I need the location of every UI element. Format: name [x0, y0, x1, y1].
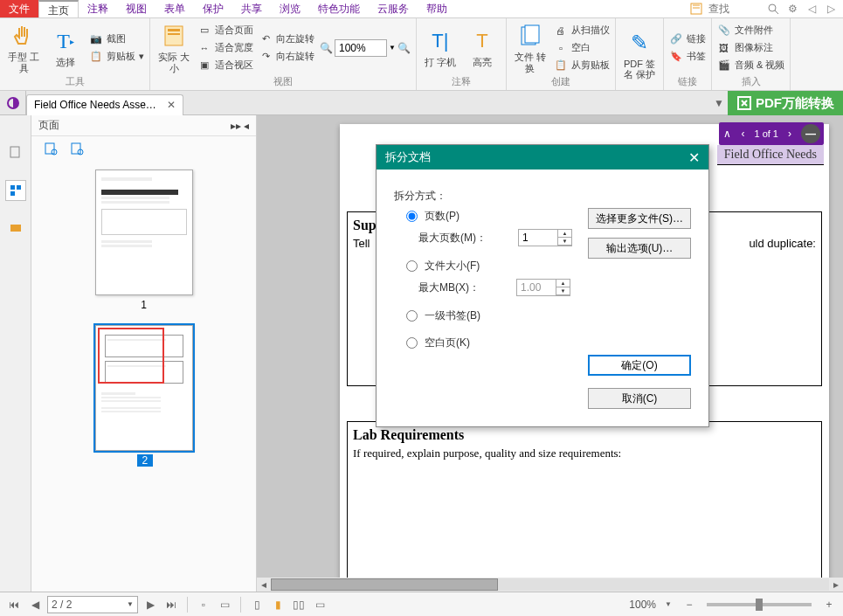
- zoom-out-icon[interactable]: 🔍: [320, 42, 333, 54]
- nav-prev-page-icon[interactable]: ‹: [735, 128, 750, 140]
- menu-feature[interactable]: 特色功能: [309, 0, 369, 17]
- tab-dropdown-icon[interactable]: ▼: [710, 97, 728, 109]
- thumb-tool-1[interactable]: [44, 142, 58, 156]
- nav-next-icon[interactable]: ▷: [824, 2, 838, 16]
- prev-page-icon[interactable]: ◀: [26, 596, 44, 613]
- output-options-button[interactable]: 输出选项(U)…: [588, 238, 691, 259]
- zoom-dropdown-icon[interactable]: ▼: [660, 596, 677, 613]
- fit-visible[interactable]: ▣适合视区: [197, 59, 253, 73]
- nav-up-icon[interactable]: ∧: [719, 128, 735, 140]
- file-convert[interactable]: 文件 转换: [512, 22, 549, 73]
- page-number-input[interactable]: 2 / 2▼: [47, 596, 138, 613]
- last-page-icon[interactable]: ⏭: [162, 596, 180, 613]
- pdf-convert-badge[interactable]: PDF万能转换: [728, 91, 843, 115]
- hand-tool[interactable]: 手型 工具: [5, 22, 42, 73]
- blank-page[interactable]: ▫空白: [554, 41, 610, 55]
- thumbnail-page-2[interactable]: 2: [95, 325, 193, 467]
- status-icon-2[interactable]: ▭: [216, 596, 233, 613]
- actual-size[interactable]: 实际 大小: [155, 22, 192, 73]
- menu-home[interactable]: 主页: [38, 0, 79, 17]
- zoom-plus-icon[interactable]: +: [820, 596, 838, 613]
- cancel-button[interactable]: 取消(C): [588, 388, 691, 409]
- menu-browse[interactable]: 浏览: [271, 0, 309, 17]
- from-clipboard[interactable]: 📋从剪贴板: [554, 59, 610, 73]
- rotate-left[interactable]: ↶向左旋转: [259, 32, 314, 46]
- dialog-close-icon[interactable]: ✕: [688, 149, 700, 166]
- zoom-dropdown-icon[interactable]: ▼: [389, 44, 396, 52]
- from-scanner[interactable]: 🖨从扫描仪: [554, 24, 610, 38]
- hscroll-left-icon[interactable]: ◂: [257, 578, 271, 591]
- menu-annot[interactable]: 注释: [79, 0, 117, 17]
- spin-up-icon[interactable]: ▲: [558, 230, 571, 238]
- max-mb-input[interactable]: ▲▼: [516, 279, 570, 296]
- menu-file[interactable]: 文件: [0, 0, 38, 17]
- start-tab[interactable]: [0, 91, 26, 114]
- rail-bookmarks[interactable]: [5, 142, 26, 163]
- more-files-button[interactable]: 选择更多文件(S)…: [588, 208, 691, 229]
- search-input[interactable]: [708, 3, 761, 15]
- radio-blank-label[interactable]: 空白页(K): [425, 336, 470, 350]
- bookmark-button[interactable]: 🔖书签: [669, 50, 706, 64]
- hscroll-right-icon[interactable]: ▸: [829, 578, 843, 591]
- zoom-slider[interactable]: [707, 603, 812, 606]
- radio-pages-label[interactable]: 页数(P): [425, 209, 460, 224]
- hscroll-handle[interactable]: [271, 578, 498, 591]
- rail-comments[interactable]: [5, 218, 26, 239]
- zoom-input[interactable]: [335, 39, 387, 57]
- menu-view[interactable]: 视图: [117, 0, 155, 17]
- menu-form[interactable]: 表单: [155, 0, 194, 17]
- first-page-icon[interactable]: ⏮: [5, 596, 23, 613]
- thumb-tool-2[interactable]: [70, 142, 84, 156]
- radio-size-label[interactable]: 文件大小(F): [425, 259, 480, 273]
- fit-width[interactable]: ↔适合宽度: [197, 41, 253, 55]
- thumb-menu-icon[interactable]: ◂: [244, 120, 249, 132]
- nav-close-icon[interactable]: —: [801, 124, 820, 143]
- zoom-minus-icon[interactable]: −: [681, 596, 698, 613]
- select-tool[interactable]: T▸选择: [47, 22, 84, 73]
- typewriter[interactable]: T|打 字机: [422, 22, 459, 73]
- radio-blank[interactable]: [406, 337, 418, 349]
- attachment-button[interactable]: 📎文件附件: [717, 24, 784, 38]
- snapshot-button[interactable]: 📷截图: [89, 32, 144, 46]
- gear-icon[interactable]: ⚙: [785, 2, 799, 16]
- nav-prev-icon[interactable]: ◁: [805, 2, 819, 16]
- pdf-sign[interactable]: ✎PDF 签名 保护: [621, 22, 658, 87]
- radio-bookmark[interactable]: [406, 310, 418, 322]
- next-page-icon[interactable]: ▶: [142, 596, 159, 613]
- group-create-label: 创建: [512, 73, 610, 88]
- dialog-titlebar[interactable]: 拆分文档 ✕: [377, 145, 708, 170]
- thumb-collapse-icon[interactable]: ▸▸: [231, 120, 241, 132]
- zoom-slider-knob[interactable]: [756, 599, 763, 611]
- view-continuous-icon[interactable]: ▮: [269, 596, 287, 613]
- fit-page[interactable]: ▭适合页面: [197, 24, 253, 38]
- tab-close-icon[interactable]: ✕: [167, 99, 176, 111]
- horizontal-scrollbar[interactable]: ◂ ▸: [257, 578, 843, 592]
- radio-pages[interactable]: [406, 211, 418, 222]
- rail-thumbnails[interactable]: [5, 180, 26, 201]
- max-pages-input[interactable]: ▲▼: [518, 229, 572, 246]
- av-button[interactable]: 🎬音频 & 视频: [717, 59, 784, 73]
- clipboard-button[interactable]: 📋剪贴板 ▾: [89, 50, 144, 64]
- search-toggle-icon[interactable]: [689, 2, 703, 16]
- radio-size[interactable]: [406, 260, 418, 272]
- image-tag-button[interactable]: 🖼图像标注: [717, 41, 784, 55]
- document-tab[interactable]: Field Office Needs Asse… ✕: [26, 94, 183, 115]
- menu-cloud[interactable]: 云服务: [369, 0, 418, 17]
- rotate-right[interactable]: ↷向右旋转: [259, 50, 314, 64]
- spin-down-icon[interactable]: ▼: [558, 238, 571, 246]
- nav-next-page-icon[interactable]: ›: [782, 128, 798, 140]
- status-icon-1[interactable]: ▫: [195, 596, 212, 613]
- menu-protect[interactable]: 保护: [194, 0, 232, 17]
- menu-share[interactable]: 共享: [232, 0, 271, 17]
- ok-button[interactable]: 确定(O): [588, 355, 691, 376]
- view-facing-icon[interactable]: ▯▯: [290, 596, 307, 613]
- thumbnail-page-1[interactable]: 1: [95, 170, 193, 311]
- link-button[interactable]: 🔗链接: [669, 32, 706, 46]
- menu-help[interactable]: 帮助: [418, 0, 456, 17]
- radio-bookmark-label[interactable]: 一级书签(B): [425, 308, 480, 323]
- view-cont-facing-icon[interactable]: ▭: [311, 596, 328, 613]
- zoom-in-icon[interactable]: 🔍: [397, 42, 411, 54]
- search-icon[interactable]: [766, 2, 780, 16]
- highlight[interactable]: T高亮: [464, 22, 501, 73]
- view-single-icon[interactable]: ▯: [248, 596, 266, 613]
